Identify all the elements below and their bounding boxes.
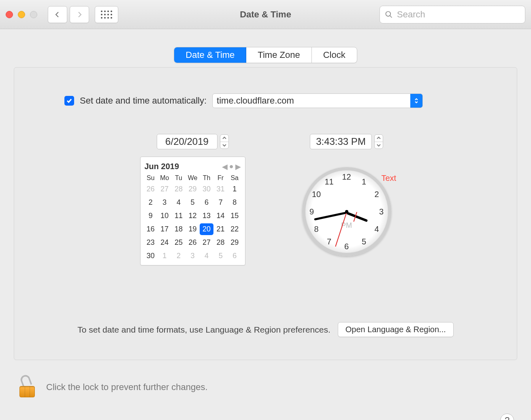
clock-number: 2 (372, 190, 382, 199)
calendar-day[interactable]: 1 (228, 183, 242, 195)
calendar-day[interactable]: 4 (200, 250, 214, 262)
calendar-next-button[interactable]: ▶ (235, 162, 241, 171)
calendar-day[interactable]: 30 (144, 250, 158, 262)
clock-number: 4 (372, 225, 382, 234)
calendar-day[interactable]: 24 (158, 237, 172, 248)
calendar-day[interactable]: 17 (158, 223, 172, 235)
clock-number: 7 (324, 237, 334, 246)
calendar-day[interactable]: 8 (228, 197, 242, 208)
calendar-day[interactable]: 29 (228, 237, 242, 248)
clock-number: 11 (324, 177, 334, 186)
calendar-day[interactable]: 3 (158, 197, 172, 208)
clock-number: 8 (311, 225, 321, 234)
svg-point-0 (386, 11, 391, 16)
calendar-day[interactable]: 2 (172, 250, 186, 262)
open-language-region-button[interactable]: Open Language & Region... (338, 322, 454, 337)
calendar-day[interactable]: 25 (172, 237, 186, 248)
lock-bar: Click the lock to prevent further change… (0, 360, 531, 397)
show-all-button[interactable] (95, 6, 118, 23)
calendar-day[interactable]: 28 (213, 237, 228, 248)
combo-dropdown-button[interactable] (410, 94, 422, 108)
calendar-dow: Th (200, 174, 214, 182)
search-input[interactable] (397, 9, 520, 20)
clock-minute-hand (314, 212, 347, 221)
clock-number: 1 (359, 177, 369, 186)
close-window-button[interactable] (6, 11, 13, 18)
calendar-day[interactable]: 18 (172, 223, 186, 235)
calendar-today-button[interactable]: ● (229, 162, 234, 171)
clock-number: 9 (307, 207, 317, 216)
tab-time-zone[interactable]: Time Zone (246, 47, 311, 63)
date-step-up[interactable] (220, 135, 228, 142)
calendar-day[interactable]: 5 (213, 250, 228, 262)
lock-text: Click the lock to prevent further change… (46, 382, 208, 392)
calendar-day[interactable]: 2 (144, 197, 158, 208)
calendar-day[interactable]: 27 (158, 183, 172, 195)
lock-icon[interactable] (19, 377, 36, 397)
zoom-window-button (30, 11, 37, 18)
time-stepper[interactable] (374, 134, 383, 149)
time-column: 3:43:33 PM PM 121234567891011 (302, 134, 391, 265)
tab-bar: Date & Time Time Zone Clock (0, 47, 531, 63)
calendar-day[interactable]: 20 (200, 223, 214, 235)
back-button[interactable] (48, 6, 67, 23)
calendar-dow: We (186, 174, 200, 182)
calendar-day[interactable]: 1 (158, 250, 172, 262)
auto-set-checkbox[interactable] (64, 96, 74, 106)
tab-date-time[interactable]: Date & Time (174, 47, 246, 63)
date-stepper[interactable] (220, 134, 229, 149)
date-input[interactable]: 6/20/2019 (157, 134, 218, 149)
calendar-day[interactable]: 12 (186, 210, 200, 222)
tab-clock[interactable]: Clock (312, 47, 357, 63)
time-step-down[interactable] (375, 142, 383, 149)
calendar-day[interactable]: 15 (228, 210, 242, 222)
time-input[interactable]: 3:43:33 PM (310, 134, 372, 149)
calendar-day[interactable]: 19 (186, 223, 200, 235)
calendar-prev-button[interactable]: ◀ (222, 162, 228, 171)
calendar-day[interactable]: 5 (186, 197, 200, 208)
calendar-day[interactable]: 28 (172, 183, 186, 195)
calendar-day[interactable]: 26 (186, 237, 200, 248)
search-field[interactable] (380, 6, 525, 23)
analog-clock: PM 121234567891011 Text (302, 167, 391, 256)
calendar-dow: Su (144, 174, 158, 182)
calendar-day[interactable]: 22 (228, 223, 242, 235)
calendar-day[interactable]: 7 (213, 197, 228, 208)
auto-set-label: Set date and time automatically: (80, 95, 207, 106)
calendar-day[interactable]: 3 (186, 250, 200, 262)
calendar-dow: Tu (172, 174, 186, 182)
forward-button[interactable] (70, 6, 89, 23)
clock-number: 12 (342, 172, 352, 182)
checkmark-icon (66, 98, 73, 104)
help-button[interactable]: ? (500, 414, 514, 420)
calendar-day[interactable]: 31 (213, 183, 228, 195)
calendar-day[interactable]: 4 (172, 197, 186, 208)
calendar-day[interactable]: 30 (200, 183, 214, 195)
calendar-day[interactable]: 10 (158, 210, 172, 222)
footer-hint: To set date and time formats, use Langua… (77, 325, 331, 335)
clock-overlay-text: Text (382, 174, 397, 183)
calendar-day[interactable]: 14 (213, 210, 228, 222)
time-step-up[interactable] (375, 135, 383, 142)
chevron-left-icon (54, 11, 61, 18)
calendar-day[interactable]: 6 (200, 197, 214, 208)
calendar-dow: Fr (213, 174, 228, 182)
calendar: Jun 2019 ◀ ● ▶ SuMoTuWeThFrSa26272829303… (140, 157, 245, 265)
calendar-month-label: Jun 2019 (145, 162, 222, 171)
calendar-day[interactable]: 9 (144, 210, 158, 222)
date-field-group: 6/20/2019 (157, 134, 229, 149)
calendar-day[interactable]: 29 (186, 183, 200, 195)
calendar-day[interactable]: 11 (172, 210, 186, 222)
calendar-day[interactable]: 16 (144, 223, 158, 235)
calendar-day[interactable]: 26 (144, 183, 158, 195)
calendar-day[interactable]: 6 (228, 250, 242, 262)
minimize-window-button[interactable] (18, 11, 25, 18)
date-column: 6/20/2019 Jun 2019 ◀ ● ▶ (140, 134, 245, 265)
calendar-day[interactable]: 13 (200, 210, 214, 222)
calendar-day[interactable]: 27 (200, 237, 214, 248)
calendar-day[interactable]: 21 (213, 223, 228, 235)
calendar-day[interactable]: 23 (144, 237, 158, 248)
clock-number: 5 (359, 237, 369, 246)
time-server-combo[interactable]: time.cloudflare.com (212, 93, 423, 108)
date-step-down[interactable] (220, 142, 228, 149)
